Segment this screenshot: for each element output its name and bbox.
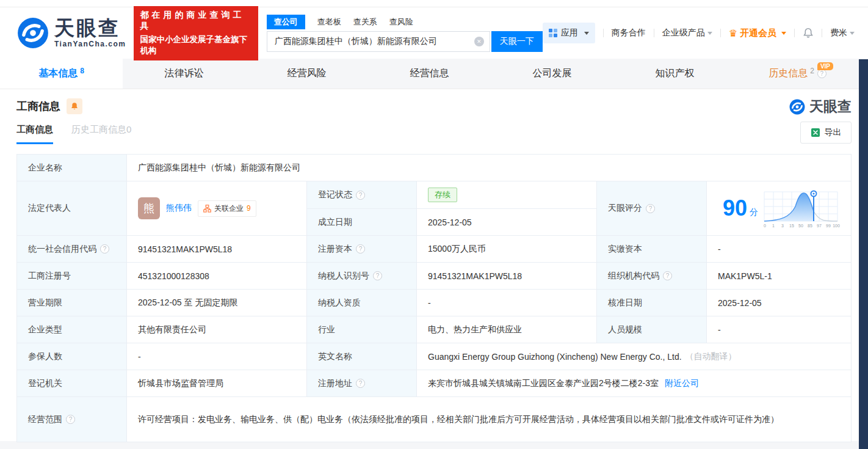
field-value-credit-code: 91451321MAK1PW5L18 (127, 236, 307, 263)
help-icon[interactable]: ? (356, 244, 365, 254)
search-tab-relation[interactable]: 查关系 (353, 16, 377, 27)
side-dock[interactable] (859, 59, 868, 449)
svg-text:50: 50 (798, 224, 803, 228)
field-value-reg-status: 存续 (417, 181, 597, 209)
svg-text:100: 100 (833, 224, 840, 228)
tab-operating-risk[interactable]: 经营风险 (245, 59, 368, 89)
field-value-registry: 忻城县市场监督管理局 (127, 370, 307, 397)
related-companies-badge[interactable]: 关联企业 9 (198, 200, 256, 217)
score-distribution-chart: 0 1 3 15 50 85 97 99 100 (762, 188, 840, 228)
field-label-english-name: 英文名称 (307, 343, 417, 370)
logo-domain: TianYanCha.com (54, 40, 126, 48)
field-label-legal-rep: 法定代表人 (17, 181, 127, 236)
chevron-down-icon (707, 32, 712, 35)
section-title: 工商信息 (16, 99, 60, 114)
field-label-approval-date: 核准日期 (597, 290, 707, 316)
nearby-companies-link[interactable]: 附近公司 (665, 378, 699, 389)
user-menu[interactable]: 费米 (830, 27, 855, 38)
legal-rep-avatar[interactable]: 熊 (138, 197, 160, 219)
help-icon[interactable]: ? (66, 415, 75, 424)
org-chart-icon (203, 205, 211, 213)
field-label-insured-count: 参保人数 (17, 343, 127, 370)
logo-title: 天眼查 (54, 18, 126, 38)
vip-badge: VIP (817, 62, 833, 70)
field-label-address: 注册地址? (307, 370, 417, 397)
main-content: 工商信息 天眼查 导出 工商信息 历史工商信息0 企业名称 广西能源集团桂中（ (0, 89, 868, 441)
field-value-establish-date: 2025-12-05 (417, 209, 597, 236)
svg-text:99: 99 (826, 224, 831, 228)
divider (822, 29, 822, 37)
help-icon[interactable]: ? (373, 271, 382, 280)
nav-business-cooperation[interactable]: 商务合作 (612, 27, 646, 38)
help-icon[interactable]: ? (817, 69, 826, 78)
svg-text:97: 97 (817, 224, 822, 228)
monitor-bell-button[interactable] (67, 98, 82, 114)
svg-text:85: 85 (808, 224, 812, 228)
score-value: 90 (723, 197, 747, 219)
svg-text:3: 3 (781, 224, 784, 228)
subtab-business-info[interactable]: 工商信息 (16, 124, 53, 144)
clear-search-icon[interactable]: ✕ (474, 37, 484, 46)
search-tab-boss[interactable]: 查老板 (317, 16, 341, 27)
legal-rep-link[interactable]: 熊伟伟 (166, 203, 192, 214)
tab-count: 2 (810, 67, 814, 75)
search-tab-risk[interactable]: 查风险 (389, 16, 413, 27)
field-label-business-term: 营业期限 (17, 290, 127, 316)
search-button[interactable]: 天眼一下 (491, 31, 543, 52)
search-tab-company[interactable]: 查公司 (267, 15, 305, 29)
svg-text:15: 15 (789, 224, 794, 228)
help-icon[interactable]: ? (356, 379, 365, 388)
help-icon[interactable]: ? (663, 271, 672, 280)
field-label-tianyan-score: 天眼评分? (597, 181, 707, 236)
site-header: 天眼查 TianYanCha.com 都在用的商业查询工具 国家中小企业发展子基… (0, 7, 868, 59)
chevron-down-icon (781, 32, 786, 35)
chevron-down-icon (850, 32, 855, 35)
tab-legal-litigation[interactable]: 法律诉讼 (123, 59, 245, 89)
subtab-history-business-info[interactable]: 历史工商信息0 (71, 124, 131, 144)
field-label-paid-capital: 实缴资本 (597, 236, 707, 263)
help-icon[interactable]: ? (646, 204, 655, 213)
watermark-logo: 天眼查 (789, 97, 852, 116)
excel-icon (811, 128, 820, 137)
tab-intellectual-property[interactable]: 知识产权 (613, 59, 736, 89)
field-label-taxpayer-id: 纳税人识别号? (307, 263, 417, 290)
status-badge: 存续 (428, 188, 457, 202)
top-strip (0, 0, 868, 7)
tab-basic-info[interactable]: 基本信息 8 (0, 59, 123, 89)
nav-open-vip[interactable]: ♛ 开通会员 (729, 27, 786, 39)
field-label-reg-status: 登记状态? (307, 181, 417, 209)
field-value-company-type: 其他有限责任公司 (127, 316, 307, 343)
field-value-taxpayer-quality: - (417, 290, 597, 316)
nav-enterprise-products[interactable]: 企业级产品 (662, 27, 712, 38)
site-logo[interactable]: 天眼查 TianYanCha.com (17, 17, 126, 49)
tab-company-development[interactable]: 公司发展 (491, 59, 613, 89)
notifications-bell-icon[interactable] (803, 27, 814, 38)
tab-history-info[interactable]: VIP 历史信息 2 ? (736, 59, 859, 89)
field-value-paid-capital: - (707, 236, 852, 263)
search-input[interactable] (267, 31, 490, 52)
field-value-business-term: 2025-12-05 至 无固定期限 (127, 290, 307, 316)
tianyancha-logo-icon (17, 17, 49, 49)
field-value-insured-count: - (127, 343, 307, 370)
tianyancha-logo-icon (789, 99, 805, 115)
field-label-business-scope: 经营范围? (17, 397, 127, 442)
help-icon[interactable]: ? (356, 191, 365, 200)
business-info-table: 企业名称 广西能源集团桂中（忻城）新能源有限公司 法定代表人 熊 熊伟伟 关联企… (16, 154, 852, 442)
field-label-company-name: 企业名称 (17, 155, 127, 181)
field-value-tianyan-score: 90 分 0 1 (707, 181, 852, 236)
field-label-establish-date: 成立日期 (307, 209, 417, 236)
field-value-reg-capital: 15000万人民币 (417, 236, 597, 263)
field-value-taxpayer-id: 91451321MAK1PW5L18 (417, 263, 597, 290)
svg-text:1: 1 (772, 224, 775, 228)
divider (603, 29, 604, 37)
divider (794, 29, 795, 37)
tab-count: 8 (80, 67, 84, 75)
field-value-org-code: MAK1PW5L-1 (707, 263, 852, 290)
field-label-registry: 登记机关 (17, 370, 127, 397)
field-value-reg-number: 451321000128308 (127, 263, 307, 290)
export-button[interactable]: 导出 (800, 122, 852, 144)
help-icon[interactable]: ? (100, 244, 109, 254)
field-value-english-name: Guangxi Energy Group Guizhong (Xincheng)… (417, 343, 852, 370)
apps-menu-button[interactable]: 应用 (543, 23, 595, 43)
tab-business-info[interactable]: 经营信息 (368, 59, 491, 89)
